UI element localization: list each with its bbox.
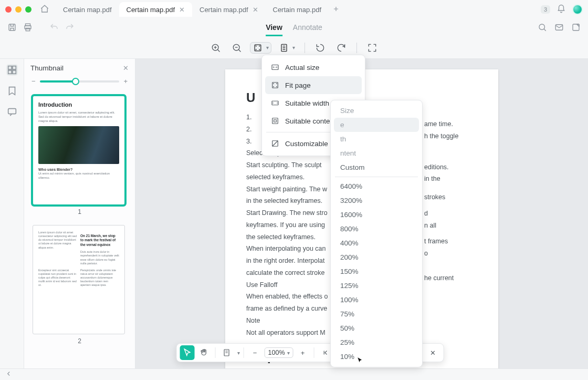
zoom-in-button[interactable] [208,40,224,56]
plus-icon[interactable]: + [123,77,128,85]
share-icon[interactable] [571,23,581,34]
maximize-window[interactable] [25,6,32,13]
slider-handle[interactable] [72,78,79,85]
thumb-subtitle: Who uses Blender? [38,167,119,172]
divider [314,347,314,358]
print-icon[interactable] [23,23,33,34]
titlebar: Certain map.pdf Certain map.pdf ✕ Certai… [0,0,588,19]
select-tool-button[interactable] [180,345,195,360]
thumbnail-item[interactable]: Lorem ipsum dolor sit amet consectetur a… [33,225,127,345]
zoom-menu-item[interactable]: 25% [334,335,419,350]
rotate-right-button[interactable] [333,40,349,56]
close-tab-icon[interactable]: ✕ [179,6,185,14]
tab-title: Certain map.pdf [273,6,322,14]
zoom-menu-item[interactable]: 75% [334,307,419,321]
zoom-in-mini-button[interactable]: + [296,345,310,360]
doc-text-fragments: ame time. h the toggle editions. in the … [424,119,458,285]
fit-menu-item-actual-size[interactable]: Actual size [265,58,362,76]
minimize-window[interactable] [15,6,22,13]
zoom-menu-item[interactable]: ntent [334,146,419,160]
mail-icon[interactable] [554,23,564,34]
thumb-page-number: 1 [33,208,127,215]
zoom-out-button[interactable] [229,40,245,56]
tab[interactable]: Certain map.pdf ✕ [192,2,266,17]
hand-tool-button[interactable] [197,345,212,360]
zoom-menu-item[interactable]: 800% [334,222,419,236]
fit-menu-button[interactable]: ▾ [250,42,271,54]
thumb-text: On 21 March, we stop to mark the festiva… [80,231,119,265]
statusbar [0,368,588,380]
mode-tab-annotate[interactable]: Annotate [293,23,322,36]
tab[interactable]: Certain map.pdf [56,2,119,17]
chevron-down-icon[interactable]: ▾ [237,350,240,356]
zoom-menu-item[interactable]: 1600% [334,208,419,222]
close-window[interactable] [5,6,12,13]
chevron-down-icon: ▾ [287,350,290,356]
undo-icon[interactable] [49,23,59,34]
tab[interactable]: Certain map.pdf ✕ [119,2,193,17]
zoom-menu-item[interactable]: Size [334,104,419,118]
rail-bookmarks-icon[interactable] [6,85,18,97]
one-to-one-icon [270,63,280,72]
svg-rect-3 [26,28,30,30]
zoom-menu-item[interactable]: th [334,132,419,146]
redo-icon[interactable] [65,23,75,34]
svg-rect-19 [272,118,278,124]
tab-title: Certain map.pdf [63,6,112,14]
close-tab-icon[interactable]: ✕ [253,6,258,14]
zoom-menu-item[interactable]: 3200% [334,193,419,208]
thumbnail-pane: Thumbnail ✕ − + Introduction Lorem ipsum… [24,59,135,368]
thumb-preview-image [38,126,119,164]
thumbnail-size-slider[interactable]: − + [24,77,135,90]
rail-thumbnails-icon[interactable] [6,64,18,76]
tab[interactable]: Certain map.pdf [266,2,329,17]
page-layout-button[interactable]: ▾ [277,43,297,53]
zoom-level-dropdown[interactable]: 100% ▾ [265,347,293,358]
thumb-text: Lorem ipsum dolor sit amet, consectetur … [38,111,119,123]
new-tab-button[interactable] [329,5,343,14]
thumb-text: Lorem ipsum dolor sit amet consectetur a… [38,231,77,265]
zoom-menu-item[interactable]: 100% [334,293,419,307]
close-thumbnail-pane-icon[interactable]: ✕ [123,64,129,72]
search-icon[interactable] [538,23,547,34]
zoom-menu-item[interactable]: e [334,118,419,132]
page-layout-mini-button[interactable] [219,345,234,360]
minus-icon[interactable]: − [32,77,36,85]
zoom-menu-item[interactable]: 125% [334,279,419,293]
save-icon[interactable] [7,23,17,34]
home-button[interactable] [40,4,49,15]
zoom-menu-item[interactable]: 50% [334,321,419,335]
rotate-left-button[interactable] [312,40,328,56]
mode-tab-view[interactable]: View [266,23,282,36]
collapse-sidebar-icon[interactable] [5,370,13,379]
svg-rect-0 [9,24,15,30]
zoom-menu-item[interactable]: 10% [334,350,419,364]
svg-rect-13 [8,70,11,74]
custom-icon [270,139,280,148]
rail-comments-icon[interactable] [6,106,18,118]
zoom-out-mini-button[interactable]: − [248,345,262,360]
zoom-menu-item[interactable]: 6400% [334,179,419,193]
bell-icon[interactable] [556,4,566,15]
zoom-menu-item[interactable]: 400% [334,236,419,250]
svg-rect-14 [12,70,15,74]
fit-menu-item-fit-page[interactable]: Fit page [265,76,362,94]
tab-title: Certain map.pdf [127,6,175,14]
tabstrip: Certain map.pdf Certain map.pdf ✕ Certai… [56,2,537,17]
thumbnail-list: Introduction Lorem ipsum dolor sit amet,… [24,90,135,368]
zoom-menu-item[interactable]: Custom [334,160,419,174]
close-bottom-toolbar-button[interactable]: ✕ [426,345,440,360]
zoom-menu-item[interactable]: 150% [334,264,419,279]
notifications-badge[interactable]: 3 [541,5,550,14]
chevron-down-icon: ▾ [292,45,295,50]
avatar[interactable] [572,4,583,15]
zoom-menu-item[interactable]: 200% [334,250,419,264]
slider-track[interactable] [40,80,120,83]
fit-page-icon [270,80,280,90]
fullscreen-button[interactable] [364,40,380,56]
thumbnail-pane-title: Thumbnail [30,64,64,72]
thumb-intro-title: Introduction [38,101,119,108]
chevron-down-icon: ▾ [266,45,269,50]
thumb-callout: On 21 March, we stop to mark the festiva… [80,234,119,247]
thumbnail-item[interactable]: Introduction Lorem ipsum dolor sit amet,… [33,96,127,215]
